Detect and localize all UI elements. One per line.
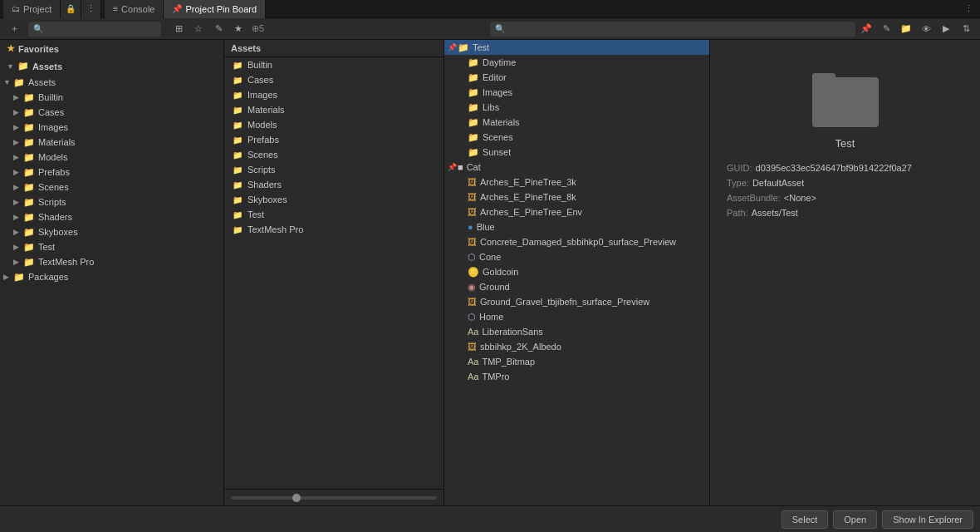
open-button[interactable]: Open <box>833 510 877 529</box>
asset-item-textmesh2[interactable]: 📁 TextMesh Pro <box>224 222 443 237</box>
asset-item-scenes2[interactable]: 📁 Scenes <box>224 147 443 162</box>
tab-lock[interactable]: 🔒 <box>61 0 81 18</box>
pb-item-sunset[interactable]: 📁Sunset <box>444 145 709 160</box>
asset-item-skyboxes2[interactable]: 📁 Skyboxes <box>224 192 443 207</box>
view-btn-2[interactable]: ☆ <box>189 21 208 37</box>
tab-console[interactable]: ≡ Console <box>105 0 164 18</box>
asset-item-builtin2[interactable]: 📁 Builtin <box>224 57 443 72</box>
asset-item-models2[interactable]: 📁 Models <box>224 117 443 132</box>
pb-item-images-pin[interactable]: 📁Images <box>444 85 709 100</box>
star-btn[interactable]: ✎ <box>877 21 895 37</box>
pb-item-liberation[interactable]: AaLiberationSans <box>444 324 709 339</box>
pb-item-materials-pin[interactable]: 📁Materials <box>444 115 709 130</box>
pb-icon-arches3k: 🖼 <box>468 177 477 187</box>
sort-btn[interactable]: ⇅ <box>957 21 975 37</box>
pb-item-cat[interactable]: 📌■Cat <box>444 160 709 175</box>
search-box-right[interactable]: 🔍 <box>490 22 855 37</box>
pb-item-sbbihkp[interactable]: 🖼sbbihkp_2K_Albedo <box>444 339 709 354</box>
pb-icon-ground-gravel: 🖼 <box>468 297 477 307</box>
pb-item-home[interactable]: ⬡Home <box>444 309 709 324</box>
pb-item-scenes-pin[interactable]: 📁Scenes <box>444 130 709 145</box>
view-btn-1[interactable]: ⊞ <box>169 21 188 37</box>
eye-btn[interactable]: 👁 <box>917 21 935 37</box>
pin-btn[interactable]: 📌 <box>857 21 875 37</box>
pb-item-libs[interactable]: 📁Libs <box>444 100 709 115</box>
show-explorer-button[interactable]: Show In Explorer <box>882 510 973 529</box>
view-btn-4[interactable]: ★ <box>229 21 247 37</box>
search-input-right[interactable] <box>507 24 850 34</box>
tab-pinboard[interactable]: 📌 Project Pin Board <box>164 0 266 18</box>
pb-item-daytime[interactable]: 📁Daytime <box>444 55 709 70</box>
tree-item-test[interactable]: ▶ 📁 Test <box>0 239 223 254</box>
tree-item-packages[interactable]: ▶ 📁 Packages <box>0 269 223 284</box>
asset-item-test2[interactable]: 📁 Test <box>224 207 443 222</box>
pb-item-goldcoin[interactable]: 🪙Goldcoin <box>444 264 709 279</box>
tree-item-scripts[interactable]: ▶ 📁 Scripts <box>0 195 223 209</box>
tree-item-models[interactable]: ▶ 📁 Models <box>0 150 223 165</box>
folder-body <box>812 77 879 127</box>
pb-item-tmpro[interactable]: AaTMPro <box>444 369 709 384</box>
tree-item-builtin[interactable]: ▶ 📁 Builtin <box>0 90 223 105</box>
tree-item-skyboxes[interactable]: ▶ 📁 Skyboxes <box>0 224 223 239</box>
asset-item-shaders2[interactable]: 📁 Shaders <box>224 177 443 192</box>
tab-more[interactable]: ⋮ <box>81 0 101 18</box>
search-box-left[interactable]: 🔍 <box>28 22 161 37</box>
asset-item-images2[interactable]: 📁 Images <box>224 87 443 102</box>
tab-console-label: Console <box>121 4 154 14</box>
zoom-slider-track[interactable] <box>231 496 437 500</box>
pb-folder-icon-materials-pin: 📁 <box>468 117 479 128</box>
asset-item-scripts2[interactable]: 📁 Scripts <box>224 162 443 177</box>
add-button[interactable]: ＋ <box>5 21 23 37</box>
folder-btn[interactable]: 📁 <box>897 21 915 37</box>
pb-folder-icon-images-pin: 📁 <box>468 87 479 98</box>
tree-item-prefabs[interactable]: ▶ 📁 Prefabs <box>0 165 223 180</box>
pb-item-editor[interactable]: 📁Editor <box>444 70 709 85</box>
asset-icon-prefabs2: 📁 <box>231 133 244 146</box>
pb-item-test-root[interactable]: 📌📁Test <box>444 40 709 55</box>
tree-item-scenes[interactable]: ▶ 📁 Scenes <box>0 180 223 195</box>
arrow-images: ▶ <box>13 123 23 131</box>
pb-label-ground: Ground <box>479 282 510 292</box>
detail-bundle-row: AssetBundle: <None> <box>727 193 963 203</box>
zoom-slider-thumb[interactable] <box>292 494 301 502</box>
asset-item-prefabs2[interactable]: 📁 Prefabs <box>224 132 443 147</box>
tree-item-assets-root[interactable]: ▼ 📁 Assets <box>0 75 223 90</box>
view-btn-3[interactable]: ✎ <box>209 21 228 37</box>
arrow-scripts: ▶ <box>13 198 23 206</box>
pb-label-tmpro: TMPro <box>482 372 509 382</box>
asset-item-materials2[interactable]: 📁 Materials <box>224 102 443 117</box>
tree-item-shaders[interactable]: ▶ 📁 Shaders <box>0 209 223 224</box>
label-scripts: Scripts <box>38 197 66 207</box>
pb-item-blue[interactable]: ●Blue <box>444 219 709 234</box>
folder-icon-images: 📁 <box>23 122 35 133</box>
tree-item-materials[interactable]: ▶ 📁 Materials <box>0 135 223 150</box>
pb-icon-cat: ■ <box>458 162 463 172</box>
more-icon: ⋮ <box>86 3 96 14</box>
search-input-left[interactable] <box>46 24 156 34</box>
tree-item-images[interactable]: ▶ 📁 Images <box>0 120 223 135</box>
assets-section-header[interactable]: ▼ 📁 Assets <box>0 57 223 75</box>
pb-item-ground[interactable]: ◉Ground <box>444 279 709 294</box>
pb-item-archesenv[interactable]: 🖼Arches_E_PineTree_Env <box>444 204 709 219</box>
pb-item-arches3k[interactable]: 🖼Arches_E_PineTree_3k <box>444 175 709 190</box>
asset-label-models2: Models <box>247 120 277 130</box>
asset-item-cases2[interactable]: 📁 Cases <box>224 72 443 87</box>
pb-item-cone[interactable]: ⬡Cone <box>444 249 709 264</box>
tab-project[interactable]: 🗂 Project <box>3 0 61 18</box>
select-button[interactable]: Select <box>782 510 829 529</box>
more-options-icon[interactable]: ⋮ <box>960 1 977 17</box>
tree-item-cases[interactable]: ▶ 📁 Cases <box>0 105 223 120</box>
favorites-header[interactable]: ★ Favorites <box>0 40 223 57</box>
pb-item-arches8k[interactable]: 🖼Arches_E_PineTree_8k <box>444 190 709 204</box>
asset-icon-scenes2: 📁 <box>231 148 244 161</box>
asset-icon-cases2: 📁 <box>231 73 244 86</box>
play-btn[interactable]: ▶ <box>937 21 955 37</box>
folder-icon-shaders: 📁 <box>23 212 35 223</box>
assets-tree-label: Assets <box>32 62 62 71</box>
pb-item-tmp-bitmap[interactable]: AaTMP_Bitmap <box>444 354 709 369</box>
assets-list[interactable]: 📁 Builtin 📁 Cases 📁 Images 📁 Materials 📁… <box>224 57 443 489</box>
pb-item-ground-gravel[interactable]: 🖼Ground_Gravel_tbjibefn_surface_Preview <box>444 294 709 309</box>
pb-item-concrete[interactable]: 🖼Concrete_Damaged_sbbihkp0_surface_Previ… <box>444 234 709 249</box>
asset-icon-scripts2: 📁 <box>231 163 244 176</box>
tree-item-textmesh[interactable]: ▶ 📁 TextMesh Pro <box>0 254 223 269</box>
